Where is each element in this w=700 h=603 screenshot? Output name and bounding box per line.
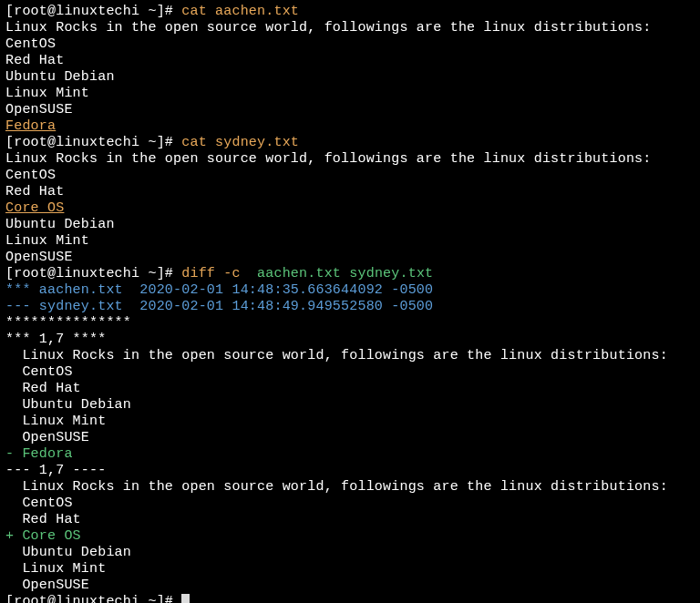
- diff-context: Ubuntu Debian: [5, 545, 695, 561]
- diff-context: Linux Rocks in the open source world, fo…: [5, 479, 695, 496]
- diff-context: Red Hat: [5, 512, 695, 528]
- prompt-line: [root@linuxtechi ~]# cat sydney.txt: [5, 135, 695, 151]
- output-line: Red Hat: [5, 53, 695, 69]
- output-line: CentOS: [5, 168, 695, 184]
- output-line: Linux Rocks in the open source world, fo…: [5, 151, 695, 168]
- output-line: OpenSUSE: [5, 250, 695, 266]
- diff-range-old: *** 1,7 ****: [5, 332, 695, 348]
- diff-context: Linux Rocks in the open source world, fo…: [5, 348, 695, 364]
- cursor-icon: [181, 594, 190, 603]
- output-line-highlight: Fedora: [5, 118, 695, 135]
- output-line-highlight: Core OS: [5, 200, 695, 217]
- diff-context: Linux Mint: [5, 561, 695, 577]
- diff-context: Ubuntu Debian: [5, 397, 695, 414]
- output-line: Linux Mint: [5, 86, 695, 102]
- diff-header-old: *** aachen.txt 2020-02-01 14:48:35.66364…: [5, 282, 695, 299]
- command: cat sydney.txt: [181, 135, 299, 150]
- diff-context: Linux Mint: [5, 414, 695, 430]
- diff-context: OpenSUSE: [5, 430, 695, 446]
- output-line: Linux Mint: [5, 233, 695, 250]
- terminal-output[interactable]: [root@linuxtechi ~]# cat aachen.txt Linu…: [5, 4, 695, 603]
- output-line: Linux Rocks in the open source world, fo…: [5, 20, 695, 36]
- prompt: [root@linuxtechi ~]#: [5, 4, 181, 19]
- output-line: Red Hat: [5, 184, 695, 200]
- output-line: CentOS: [5, 36, 695, 53]
- prompt: [root@linuxtechi ~]#: [5, 594, 181, 603]
- output-line: Ubuntu Debian: [5, 69, 695, 86]
- diff-header-new: --- sydney.txt 2020-02-01 14:48:49.94955…: [5, 299, 695, 315]
- prompt-line: [root@linuxtechi ~]# cat aachen.txt: [5, 4, 695, 20]
- command: diff -c: [181, 266, 240, 281]
- prompt-line: [root@linuxtechi ~]# diff -c aachen.txt …: [5, 266, 695, 282]
- command: cat aachen.txt: [181, 4, 299, 19]
- prompt: [root@linuxtechi ~]#: [5, 135, 181, 150]
- command-args: aachen.txt sydney.txt: [241, 266, 434, 281]
- diff-context: Red Hat: [5, 381, 695, 397]
- diff-context: OpenSUSE: [5, 577, 695, 594]
- diff-removed: - Fedora: [5, 446, 695, 463]
- output-line: OpenSUSE: [5, 102, 695, 118]
- diff-context: CentOS: [5, 364, 695, 381]
- diff-added: + Core OS: [5, 528, 695, 545]
- prompt-line[interactable]: [root@linuxtechi ~]#: [5, 594, 695, 603]
- diff-range-new: --- 1,7 ----: [5, 463, 695, 479]
- output-line: Ubuntu Debian: [5, 217, 695, 233]
- diff-separator: ***************: [5, 315, 695, 332]
- diff-context: CentOS: [5, 496, 695, 512]
- prompt: [root@linuxtechi ~]#: [5, 266, 181, 281]
